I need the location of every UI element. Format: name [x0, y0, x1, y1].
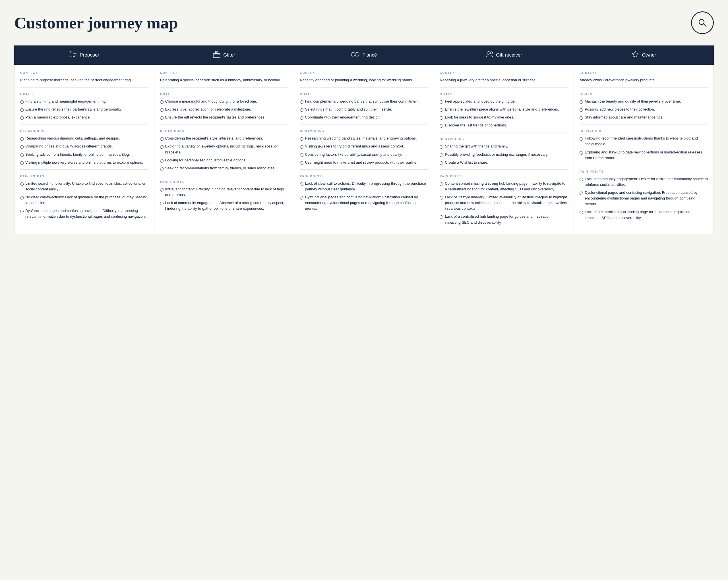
journey-map-container: Proposer Gifter — [14, 46, 714, 234]
svg-line-1 — [704, 24, 706, 26]
header-label-proposer: Proposer — [80, 52, 99, 58]
header-cell-fiance: Fiancé — [294, 46, 434, 65]
owner-behaviours-label: BEHAVIOURS — [579, 130, 708, 133]
divider — [300, 169, 428, 170]
fiance-pain-list: Lack of clear call-to-actions: Difficult… — [300, 181, 428, 212]
list-item: Dysfunctional pages and confusing naviga… — [300, 194, 428, 212]
page-title: Customer journey map — [14, 13, 178, 32]
column-gift-receiver: CONTEXT Receiving a jewellery gift for a… — [434, 65, 574, 234]
gift-receiver-context: Receiving a jewellery gift for a special… — [440, 77, 568, 83]
gifter-context: Celebrating a special occasion such as a… — [160, 77, 288, 83]
list-item: Looking for personalised or customisable… — [160, 158, 288, 163]
list-item: Ensure the gift reflects the recipient's… — [160, 114, 288, 120]
journey-table: Proposer Gifter — [14, 46, 714, 65]
proposer-context-label: CONTEXT — [20, 71, 149, 75]
gifter-context-label: CONTEXT — [160, 71, 288, 75]
svg-point-12 — [490, 52, 493, 54]
header-label-gift-receiver: Gift receiver — [496, 52, 522, 58]
list-item: Find complementary wedding bands that sy… — [300, 99, 428, 104]
column-gifter: CONTEXT Celebrating a special occasion s… — [154, 65, 294, 234]
header-row: Proposer Gifter — [14, 46, 714, 65]
list-item: Stay informed about care and maintenance… — [579, 114, 708, 120]
proposer-context: Planning to propose marriage, seeking th… — [20, 77, 149, 83]
header-label-owner: Owner — [642, 52, 656, 58]
gift-receiver-context-label: CONTEXT — [440, 71, 568, 75]
proposer-goals-list: Find a stunning and meaningful engagemen… — [20, 99, 149, 120]
owner-behaviours-list: Following recommended care instructions … — [579, 136, 708, 161]
header-label-gifter: Gifter — [223, 52, 235, 58]
divider — [160, 175, 288, 175]
list-item: User might need to make a list and revie… — [300, 160, 428, 165]
list-item: Feel appreciated and loved by the gift g… — [440, 99, 568, 104]
gift-receiver-goals-list: Feel appreciated and loved by the gift g… — [440, 99, 568, 129]
list-item: Dysfunctional pages and confusing naviga… — [20, 208, 149, 219]
divider — [579, 124, 708, 125]
list-item: Ensure the ring reflects their partner's… — [20, 107, 149, 112]
list-item: Seeking advice from friends, family, or … — [20, 152, 149, 158]
list-item: Seeking recommendations from family, fri… — [160, 165, 288, 171]
owner-pain-points-label: PAIN POINTS — [579, 170, 708, 173]
svg-point-11 — [487, 51, 490, 54]
gifter-behaviours-list: Considering the recipient's style, inter… — [160, 136, 288, 171]
page-header: Customer journey map — [14, 11, 714, 34]
list-item: Look for ideas to suggest to my love one… — [440, 114, 568, 120]
svg-rect-3 — [70, 51, 71, 53]
list-item: Plan a memorable proposal experience. — [20, 114, 149, 120]
list-item: Lack of a centralised hub landing page f… — [579, 209, 708, 221]
divider — [300, 124, 428, 125]
svg-point-10 — [355, 52, 359, 56]
gift-receiver-pain-points-label: PAIN POINTS — [440, 175, 568, 178]
search-button[interactable] — [691, 11, 714, 34]
gift-receiver-pain-list: Content spread missing a strong hub land… — [440, 181, 568, 225]
proposer-pain-points-label: PAIN POINTS — [20, 175, 149, 178]
content-area: CONTEXT Planning to propose marriage, se… — [14, 65, 714, 234]
list-item: Visiting multiple jewellery stores and o… — [20, 160, 149, 165]
list-item: Sharing the gift with friends and family… — [440, 143, 568, 149]
fiance-icon — [351, 51, 360, 59]
list-item: Irrelevant content: Difficulty in findin… — [160, 187, 288, 198]
list-item: No clear call-to-actions: Lack of guidan… — [20, 194, 149, 206]
gift-receiver-goals-label: GOALS — [440, 93, 568, 96]
proposer-behaviours-list: Researching various diamond cuts, settin… — [20, 136, 149, 165]
gifter-pain-points-label: PAIN POINTS — [160, 181, 288, 184]
header-cell-gift-receiver: Gift receiver — [434, 46, 574, 65]
list-item: Dysfunctional pages and confusing naviga… — [579, 190, 708, 207]
list-item: Following recommended care instructions … — [579, 136, 708, 147]
list-item: Exploring a variety of jewellery options… — [160, 143, 288, 155]
list-item: Limited search functionality: Unable to … — [20, 181, 149, 192]
header-label-fiance: Fiancé — [362, 52, 377, 58]
gifter-goals-label: GOALS — [160, 93, 288, 96]
list-item: Lack of clear call-to-actions: Difficult… — [300, 181, 428, 192]
list-item: Possibly providing feedback or making ex… — [440, 152, 568, 158]
divider — [20, 169, 149, 170]
list-item: Comparing prices and quality across diff… — [20, 143, 149, 149]
owner-context: Already owns Forevermark jewellery produ… — [579, 77, 708, 83]
gift-receiver-icon — [486, 51, 493, 59]
owner-pain-list: Lack of community engagement: Desire for… — [579, 176, 708, 221]
gift-receiver-behaviours-label: BEHAVIOURS — [440, 138, 568, 141]
list-item: Find a stunning and meaningful engagemen… — [20, 99, 149, 104]
list-item: Lack of community engagement: Absence of… — [160, 200, 288, 212]
list-item: Considering factors like durability, sus… — [300, 152, 428, 158]
list-item: Possibly add new pieces to their collect… — [579, 107, 708, 112]
owner-goals-label: GOALS — [579, 93, 708, 96]
list-item: Express love, appreciation, or celebrate… — [160, 107, 288, 112]
proposer-behaviours-label: BEHAVIOURS — [20, 130, 149, 133]
header-cell-owner: Owner — [574, 46, 714, 65]
list-item: Content spread missing a strong hub land… — [440, 181, 568, 192]
fiance-goals-label: GOALS — [300, 93, 428, 96]
divider — [579, 165, 708, 165]
fiance-context: Recently engaged or planning a wedding, … — [300, 77, 428, 83]
gifter-goals-list: Choose a meaningful and thoughtful gift … — [160, 99, 288, 120]
fiance-behaviours-label: BEHAVIOURS — [300, 130, 428, 133]
gifter-icon — [213, 51, 220, 59]
divider — [160, 124, 288, 125]
list-item: Visiting jewellers to try on different r… — [300, 143, 428, 149]
column-fiance: CONTEXT Recently engaged or planning a w… — [294, 65, 434, 234]
divider — [20, 124, 149, 125]
gift-receiver-behaviours-list: Sharing the gift with friends and family… — [440, 143, 568, 165]
list-item: Create a Wishlist to share. — [440, 160, 568, 165]
header-cell-proposer: Proposer — [14, 46, 154, 65]
fiance-context-label: CONTEXT — [300, 71, 428, 75]
list-item: Exploring and stay-up to date new collec… — [579, 149, 708, 161]
